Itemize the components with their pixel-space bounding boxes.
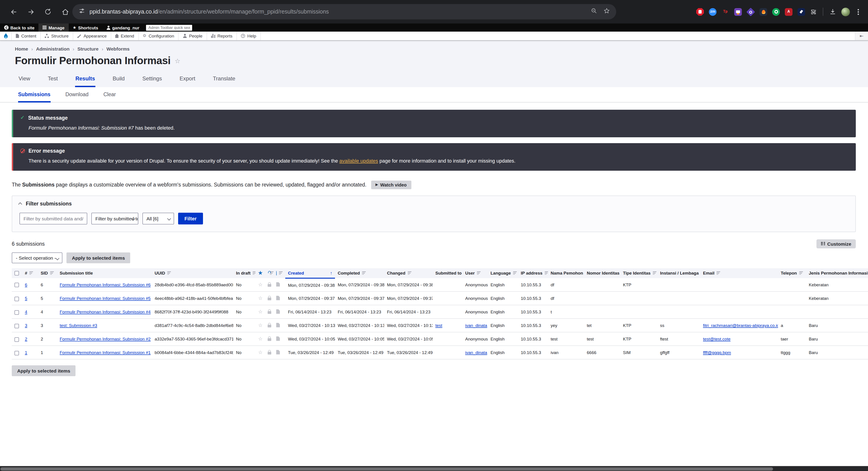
- notes-flag-icon[interactable]: [276, 296, 280, 300]
- acrobat-extension-icon[interactable]: A: [785, 8, 793, 15]
- sort-icon[interactable]: [408, 272, 411, 275]
- sort-icon[interactable]: [477, 272, 480, 275]
- num-link[interactable]: 5: [25, 296, 27, 301]
- col-language-header[interactable]: Language: [488, 268, 518, 278]
- admin-menu-item-extend[interactable]: Extend: [111, 32, 138, 40]
- col-jenis-header[interactable]: Jenis Permohonan Informasi Publik: [806, 268, 868, 278]
- notes-flag-icon[interactable]: [276, 336, 280, 341]
- apply-to-selected-button-bottom[interactable]: Apply to selected items: [12, 366, 76, 376]
- admin-quick-search-input[interactable]: [146, 25, 192, 31]
- star-flag-icon[interactable]: ☆: [258, 282, 263, 287]
- col-nomor-header[interactable]: Nomor Identitas: [584, 268, 620, 278]
- admin-menu-item-content[interactable]: Content: [12, 32, 41, 40]
- notes-flag-icon[interactable]: [276, 282, 280, 287]
- lock-flag-icon[interactable]: [268, 311, 271, 314]
- purple-tray-extension-icon[interactable]: [734, 8, 742, 15]
- sort-icon[interactable]: [362, 272, 366, 275]
- breadcrumb-item-structure[interactable]: Structure: [78, 46, 98, 52]
- sort-icon[interactable]: [545, 272, 548, 275]
- subtab-clear[interactable]: Clear: [103, 87, 116, 102]
- bookmark-page-star-icon[interactable]: ☆: [175, 57, 180, 64]
- sort-icon[interactable]: [717, 272, 720, 275]
- title-link[interactable]: test: Submission #3: [60, 323, 97, 328]
- back-to-site-button[interactable]: Back to site: [0, 24, 39, 32]
- star-flag-icon[interactable]: ☆: [258, 336, 263, 342]
- zoom-out-icon[interactable]: [591, 8, 597, 16]
- col-tipe-header[interactable]: Tipe Identitas: [620, 268, 657, 278]
- row-checkbox[interactable]: [14, 351, 19, 355]
- tab-translate[interactable]: Translate: [213, 73, 236, 87]
- downloads-icon[interactable]: [829, 8, 836, 15]
- extensions-puzzle-icon[interactable]: [810, 8, 817, 15]
- tab-settings[interactable]: Settings: [142, 73, 162, 87]
- filter-legend[interactable]: Filter submissions: [20, 201, 848, 206]
- title-link[interactable]: Formulir Permohonan Informasi: Submissio…: [60, 309, 151, 314]
- subtab-submissions[interactable]: Submissions: [18, 87, 51, 102]
- operation-select[interactable]: - Select operation -: [12, 253, 62, 263]
- sort-icon[interactable]: [253, 272, 255, 275]
- title-link[interactable]: Formulir Permohonan Informasi: Submissio…: [60, 350, 151, 355]
- manage-button[interactable]: Manage: [39, 24, 69, 32]
- title-link[interactable]: Formulir Permohonan Informasi: Submissio…: [60, 337, 151, 342]
- browser-menu-icon[interactable]: [858, 11, 859, 12]
- filter-state-select[interactable]: All [6]: [143, 213, 174, 225]
- watch-video-button[interactable]: ▶Watch video: [371, 181, 411, 189]
- lock-flag-icon[interactable]: [268, 298, 271, 300]
- row-checkbox[interactable]: [14, 337, 19, 342]
- sort-icon[interactable]: [279, 272, 283, 275]
- row-checkbox[interactable]: [14, 283, 19, 288]
- user-link[interactable]: ivan_dinata: [465, 323, 487, 328]
- star-flag-icon[interactable]: ☆: [258, 323, 263, 328]
- col-draft-header[interactable]: In draft: [233, 268, 255, 278]
- profile-avatar[interactable]: [841, 7, 850, 16]
- blue-swirl-extension-icon[interactable]: [798, 8, 805, 15]
- collapse-toolbar-icon[interactable]: ⇤: [855, 32, 868, 40]
- sort-icon[interactable]: [653, 272, 656, 275]
- user-link[interactable]: ivan_dinata: [465, 350, 487, 355]
- scrollbar-thumb[interactable]: [0, 467, 773, 471]
- filter-submitted-to-select[interactable]: Filter by submitted to: [91, 213, 138, 225]
- drupal-logo[interactable]: [0, 32, 12, 40]
- tab-view[interactable]: View: [18, 73, 31, 87]
- email-link[interactable]: ffff@gggg.bpm: [703, 350, 731, 355]
- shield-extension-icon[interactable]: [772, 8, 780, 15]
- flame-extension-icon[interactable]: [760, 8, 767, 15]
- tab-test[interactable]: Test: [48, 73, 58, 87]
- num-link[interactable]: 6: [25, 282, 27, 287]
- horizontal-scrollbar[interactable]: [0, 466, 868, 471]
- diamond-extension-icon[interactable]: [746, 7, 755, 16]
- notes-flag-icon[interactable]: [276, 323, 280, 327]
- admin-menu-item-structure[interactable]: Structure: [41, 32, 73, 40]
- apply-to-selected-button-top[interactable]: Apply to selected items: [66, 253, 130, 263]
- lock-flag-icon[interactable]: [268, 352, 271, 355]
- col-created-header[interactable]: Created↑: [285, 268, 335, 278]
- col-sid-header[interactable]: SID: [38, 268, 57, 278]
- notes-flag-icon[interactable]: [276, 350, 280, 355]
- num-link[interactable]: 2: [25, 337, 27, 342]
- sort-icon[interactable]: [799, 272, 803, 275]
- col-checkbox-header[interactable]: [12, 268, 22, 278]
- sort-icon[interactable]: [50, 272, 54, 275]
- col-nama-header[interactable]: Nama Pemohon: [548, 268, 584, 278]
- filter-keyword-input[interactable]: [20, 213, 87, 225]
- user-menu-button[interactable]: gandang_nur: [102, 24, 143, 32]
- title-link[interactable]: Formulir Permohonan Informasi: Submissio…: [60, 296, 151, 301]
- admin-menu-item-people[interactable]: People: [179, 32, 207, 40]
- col-changed-header[interactable]: Changed: [384, 268, 433, 278]
- col-num-header[interactable]: #: [22, 268, 38, 278]
- browser-home-icon[interactable]: [60, 6, 70, 17]
- col-completed-header[interactable]: Completed: [335, 268, 384, 278]
- num-link[interactable]: 4: [25, 309, 27, 314]
- star-flag-icon[interactable]: ☆: [258, 309, 263, 314]
- customize-button[interactable]: Customize: [816, 239, 856, 248]
- adblock-extension-icon[interactable]: [696, 8, 704, 15]
- notes-flag-icon[interactable]: [276, 309, 280, 314]
- sort-icon[interactable]: [30, 272, 33, 275]
- admin-menu-item-configuration[interactable]: ⚙Configuration: [138, 32, 179, 40]
- col-email-header[interactable]: Email: [700, 268, 778, 278]
- row-checkbox[interactable]: [14, 310, 19, 314]
- breadcrumb-item-webforms[interactable]: Webforms: [106, 46, 129, 52]
- breadcrumb-item-administration[interactable]: Administration: [36, 46, 69, 52]
- col-title-header[interactable]: Submission title: [57, 268, 152, 278]
- available-updates-link[interactable]: available updates: [339, 158, 378, 164]
